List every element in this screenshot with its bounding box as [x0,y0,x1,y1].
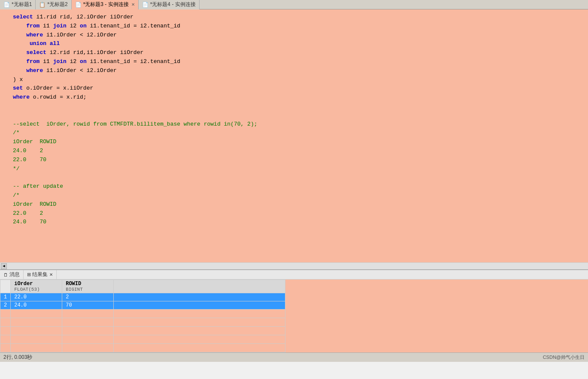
results-table: iOrder FLOAT(53) ROWID BIGINT 1 22.0 2 [0,280,285,352]
grid-icon: ⊞ [27,272,31,277]
cell-row1-empty [114,293,285,301]
tab-3-close[interactable]: ✕ [131,2,135,7]
messages-icon: 🗒 [3,272,8,277]
table-row-empty [0,318,285,327]
tab-4-label: *无标题4 - 实例连接 [150,1,196,8]
tab-3[interactable]: 📄 *无标题3 - 实例连接 ✕ [72,0,139,9]
file-icon-2: 📋 [39,2,45,8]
cell-row2-iOrder: 24.0 [11,301,62,310]
table-header-row: iOrder FLOAT(53) ROWID BIGINT [0,280,285,293]
horizontal-scrollbar[interactable]: ◀ [0,262,588,269]
tab-3-label: *无标题3 - 实例连接 [83,1,129,8]
col-header-ROWID: ROWID BIGINT [62,280,114,293]
tab-4[interactable]: 📄 *无标题4 - 实例连接 [139,0,200,9]
messages-tab-label: 消息 [9,271,20,278]
table-row-empty [0,335,285,344]
tab-bar: 📄 *无标题1 📋 *无标题2 📄 *无标题3 - 实例连接 ✕ 📄 *无标题4… [0,0,588,9]
cell-row2-empty [114,301,285,310]
scroll-left-arrow[interactable]: ◀ [1,263,7,269]
tab-1[interactable]: 📄 *无标题1 [0,0,36,9]
results-tab-close[interactable]: ✕ [49,272,53,277]
table-row[interactable]: 1 22.0 2 [0,293,285,301]
editor-area[interactable]: select i1.rid rid, i2.iOrder iiOrder fro… [0,9,588,262]
messages-tab[interactable]: 🗒 消息 [0,270,24,280]
bottom-tab-bar: 🗒 消息 ⊞ 结果集 ✕ [0,270,588,280]
table-row-empty [0,344,285,352]
file-icon-4: 📄 [142,2,149,8]
code-content: select i1.rid rid, i2.iOrder iiOrder fro… [13,13,585,227]
results-tab[interactable]: ⊞ 结果集 ✕ [24,270,57,280]
tab-2[interactable]: 📋 *无标题2 [36,0,71,9]
results-container: iOrder FLOAT(53) ROWID BIGINT 1 22.0 2 [0,280,588,352]
file-icon-3: 📄 [75,2,82,8]
table-row[interactable]: 2 24.0 70 [0,301,285,310]
table-row-empty [0,327,285,335]
cell-row1-iOrder: 22.0 [11,293,62,301]
tab-1-label: *无标题1 [12,1,32,8]
table-row-empty [0,310,285,318]
status-right: CSDN@帅气小生日 [543,354,585,361]
cell-row2-ROWID: 70 [62,301,114,310]
col-header-iOrder: iOrder FLOAT(53) [11,280,62,293]
cell-row1-ROWID: 2 [62,293,114,301]
status-left: 2行, 0.003秒 [3,354,32,361]
file-icon-1: 📄 [3,2,10,8]
tab-2-label: *无标题2 [47,1,67,8]
bottom-panel: 🗒 消息 ⊞ 结果集 ✕ iOrder FLOAT(53) ROWID B [0,269,588,352]
row-num-2: 2 [0,301,11,310]
status-bar: 2行, 0.003秒 CSDN@帅气小生日 [0,352,588,362]
results-tab-label: 结果集 [32,271,48,278]
row-num-1: 1 [0,293,11,301]
